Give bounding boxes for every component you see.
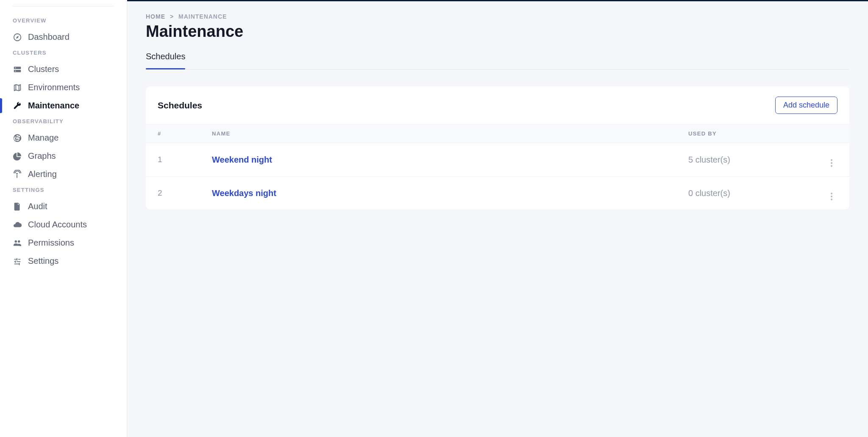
sidebar: OVERVIEWDashboardCLUSTERSClustersEnviron… — [0, 0, 127, 437]
col-header-used-by: USED BY — [688, 130, 815, 137]
row-used-by: 0 cluster(s) — [688, 188, 815, 198]
row-used-by: 5 cluster(s) — [688, 155, 815, 165]
table-row: 2Weekdays night0 cluster(s) — [146, 177, 849, 210]
sidebar-item-label: Alerting — [28, 169, 57, 179]
table-header: # NAME USED BY — [146, 124, 849, 143]
sidebar-section-label: OVERVIEW — [0, 14, 127, 28]
sidebar-item-label: Maintenance — [28, 101, 79, 111]
sidebar-top-divider — [13, 6, 114, 6]
col-header-index: # — [158, 130, 212, 137]
sidebar-item-audit[interactable]: Audit — [0, 197, 127, 216]
sidebar-item-label: Manage — [28, 133, 58, 143]
sidebar-item-graphs[interactable]: Graphs — [0, 147, 127, 165]
sidebar-section-label: SETTINGS — [0, 183, 127, 197]
breadcrumb-current: MAINTENANCE — [178, 13, 227, 20]
sidebar-item-label: Graphs — [28, 151, 56, 161]
row-index: 1 — [158, 155, 212, 164]
card-header: Schedules Add schedule — [146, 86, 849, 124]
col-header-name: NAME — [212, 130, 688, 137]
tabs: Schedules — [146, 52, 849, 69]
sidebar-section-label: CLUSTERS — [0, 46, 127, 60]
pie-icon — [13, 152, 22, 161]
compass-icon — [13, 33, 22, 42]
breadcrumb: HOME > MAINTENANCE — [146, 13, 849, 20]
card-title: Schedules — [158, 100, 202, 111]
sidebar-item-label: Permissions — [28, 238, 74, 248]
sidebar-item-clusters[interactable]: Clusters — [0, 60, 127, 78]
sidebar-section-label: OBSERVABILITY — [0, 115, 127, 129]
broadcast-icon — [13, 170, 22, 179]
sidebar-item-label: Cloud Accounts — [28, 220, 87, 230]
row-name-link[interactable]: Weekend night — [212, 155, 688, 165]
row-index: 2 — [158, 188, 212, 198]
server-icon — [13, 65, 22, 74]
sliders-icon — [13, 257, 22, 266]
page-title: Maintenance — [146, 22, 849, 41]
row-actions-menu[interactable] — [815, 152, 832, 167]
sidebar-item-label: Audit — [28, 202, 47, 211]
breadcrumb-separator: > — [170, 13, 174, 20]
breadcrumb-home[interactable]: HOME — [146, 13, 165, 20]
sidebar-item-dashboard[interactable]: Dashboard — [0, 28, 127, 46]
row-name-link[interactable]: Weekdays night — [212, 188, 688, 198]
add-schedule-button[interactable]: Add schedule — [775, 97, 837, 114]
main-content: HOME > MAINTENANCE Maintenance Schedules… — [127, 1, 868, 437]
table-row: 1Weekend night5 cluster(s) — [146, 143, 849, 177]
users-icon — [13, 238, 22, 248]
tab-schedules[interactable]: Schedules — [146, 52, 185, 69]
globe-icon — [13, 133, 22, 143]
sidebar-item-alerting[interactable]: Alerting — [0, 165, 127, 183]
file-icon — [13, 202, 22, 211]
sidebar-item-settings[interactable]: Settings — [0, 252, 127, 270]
wrench-icon — [13, 101, 22, 111]
sidebar-item-cloud-accounts[interactable]: Cloud Accounts — [0, 216, 127, 234]
more-vertical-icon — [831, 193, 832, 200]
sidebar-item-label: Environments — [28, 83, 80, 92]
sidebar-item-environments[interactable]: Environments — [0, 78, 127, 97]
sidebar-item-maintenance[interactable]: Maintenance — [0, 97, 127, 115]
sidebar-item-manage[interactable]: Manage — [0, 129, 127, 147]
sidebar-item-label: Dashboard — [28, 32, 70, 42]
more-vertical-icon — [831, 159, 832, 167]
row-actions-menu[interactable] — [815, 186, 832, 200]
col-header-actions — [815, 130, 832, 137]
sidebar-item-label: Clusters — [28, 64, 59, 74]
sidebar-item-permissions[interactable]: Permissions — [0, 234, 127, 252]
map-icon — [13, 83, 22, 92]
sidebar-item-label: Settings — [28, 256, 58, 266]
cloud-icon — [13, 220, 22, 230]
schedules-card: Schedules Add schedule # NAME USED BY 1W… — [146, 86, 849, 210]
